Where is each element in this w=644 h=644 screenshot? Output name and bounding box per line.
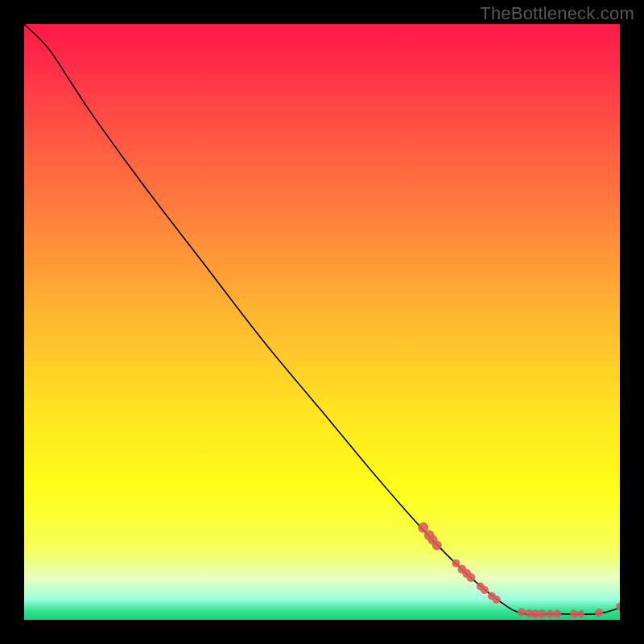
data-point bbox=[467, 573, 476, 582]
data-point bbox=[546, 610, 554, 618]
data-point bbox=[595, 609, 603, 617]
gradient-background bbox=[24, 24, 620, 620]
data-point bbox=[481, 586, 489, 594]
data-point bbox=[570, 610, 578, 618]
data-point bbox=[432, 541, 442, 551]
watermark-text: TheBottleneck.com bbox=[480, 3, 634, 24]
chart-container: TheBottleneck.com bbox=[0, 0, 644, 644]
plot-area bbox=[24, 24, 620, 620]
data-point bbox=[493, 596, 501, 604]
data-point bbox=[518, 608, 526, 616]
data-point bbox=[553, 610, 561, 618]
data-point bbox=[538, 609, 547, 618]
chart-svg bbox=[24, 24, 620, 620]
data-point bbox=[577, 610, 584, 617]
data-point bbox=[452, 559, 460, 568]
